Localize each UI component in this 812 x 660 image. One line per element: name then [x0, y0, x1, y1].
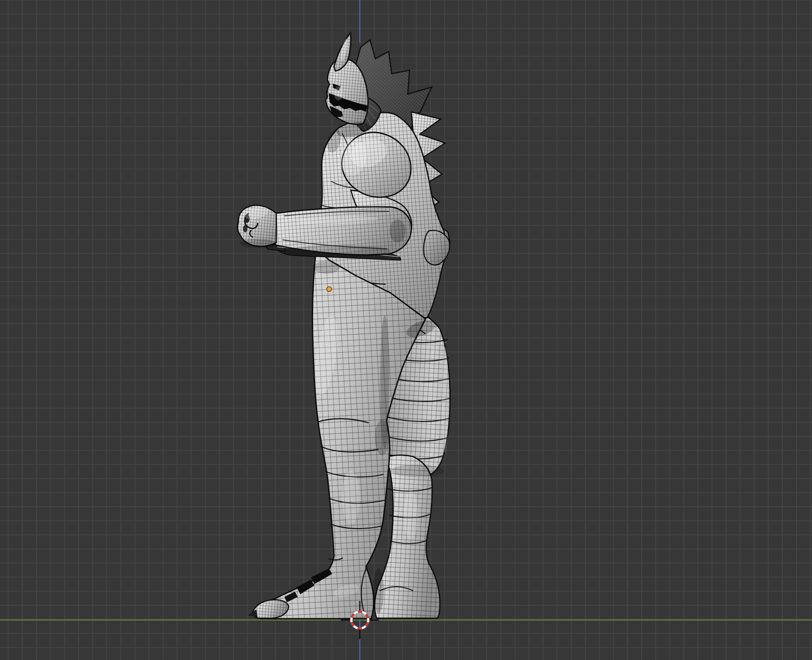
object-origin-dot[interactable] [327, 287, 332, 292]
viewport-3d[interactable] [0, 0, 812, 660]
model-far-fist [424, 231, 450, 265]
model-layer [0, 0, 812, 660]
kaiju-model-mesh[interactable] [238, 33, 450, 619]
model-nostril [326, 91, 328, 93]
